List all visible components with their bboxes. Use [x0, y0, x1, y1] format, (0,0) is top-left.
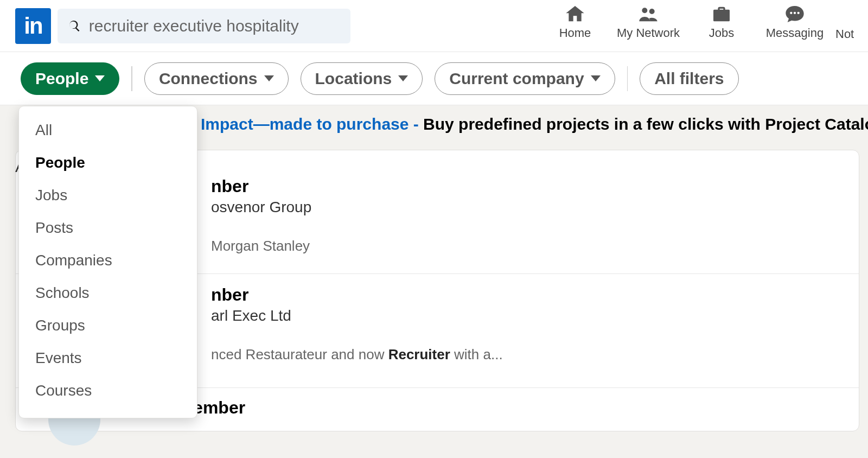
nav-network[interactable]: My Network — [608, 3, 689, 40]
messaging-icon — [784, 3, 806, 25]
filter-locations-label: Locations — [315, 69, 392, 88]
search-icon — [67, 18, 81, 34]
result-subtitle: arl Exec Ltd — [108, 307, 837, 325]
search-input[interactable] — [89, 17, 341, 35]
filter-locations-pill[interactable]: Locations — [301, 62, 423, 95]
filter-bar: People Connections Locations Current com… — [0, 52, 868, 105]
all-filters-label: All filters — [654, 69, 724, 88]
filter-company-label: Current company — [449, 69, 584, 88]
filter-people-label: People — [35, 69, 88, 88]
result-meta: Morgan Stanley — [108, 238, 837, 255]
chevron-down-icon — [398, 75, 408, 81]
dropdown-item-groups[interactable]: Groups — [19, 309, 197, 342]
result-name: nber — [108, 176, 837, 196]
top-nav: Home My Network Jobs Messaging Not — [542, 0, 868, 52]
result-subtitle: osvenor Group — [108, 199, 837, 216]
home-icon — [564, 3, 586, 25]
nav-messaging-label: Messaging — [766, 26, 824, 40]
result-subline — [108, 217, 837, 233]
filter-connections-label: Connections — [159, 69, 258, 88]
entity-type-dropdown: AllPeopleJobsPostsCompaniesSchoolsGroups… — [18, 106, 197, 418]
dropdown-item-all[interactable]: All — [19, 114, 197, 147]
result-meta: nced Restaurateur and now Recruiter with… — [108, 346, 837, 363]
search-box[interactable] — [58, 9, 350, 43]
nav-home[interactable]: Home — [542, 3, 608, 40]
chevron-down-icon — [95, 75, 105, 81]
dropdown-item-courses[interactable]: Courses — [19, 374, 197, 407]
filter-company-pill[interactable]: Current company — [435, 62, 615, 95]
chevron-down-icon — [264, 75, 274, 81]
promo-banner-highlight: Impact—made to purchase - — [201, 115, 423, 133]
result-name: nber — [108, 285, 837, 305]
dropdown-item-events[interactable]: Events — [19, 342, 197, 374]
filter-connections-pill[interactable]: Connections — [144, 62, 289, 95]
dropdown-item-jobs[interactable]: Jobs — [19, 179, 197, 212]
briefcase-icon — [711, 3, 732, 25]
dropdown-item-companies[interactable]: Companies — [19, 244, 197, 277]
dropdown-item-schools[interactable]: Schools — [19, 277, 197, 309]
divider — [131, 66, 132, 91]
nav-network-label: My Network — [617, 26, 680, 40]
linkedin-logo[interactable]: in — [15, 8, 51, 44]
all-filters-pill[interactable]: All filters — [640, 62, 738, 95]
divider — [627, 66, 628, 91]
dropdown-item-people[interactable]: People — [19, 147, 197, 179]
dropdown-item-posts[interactable]: Posts — [19, 212, 197, 244]
nav-messaging[interactable]: Messaging — [754, 3, 835, 40]
chevron-down-icon — [591, 75, 601, 81]
result-name: LinkedIn Member — [103, 398, 837, 418]
nav-jobs[interactable]: Jobs — [689, 3, 754, 40]
filter-people-pill[interactable]: People — [21, 62, 119, 95]
nav-notifications-label: Not — [835, 27, 854, 41]
top-bar: in Home My Network Jobs Messaging Not — [0, 0, 868, 52]
people-icon — [637, 3, 659, 25]
nav-jobs-label: Jobs — [709, 26, 734, 40]
result-subline — [108, 326, 837, 342]
nav-home-label: Home — [559, 26, 591, 40]
nav-notifications[interactable]: Not — [835, 3, 868, 41]
promo-banner-text: Buy predefined projects in a few clicks … — [423, 115, 868, 133]
